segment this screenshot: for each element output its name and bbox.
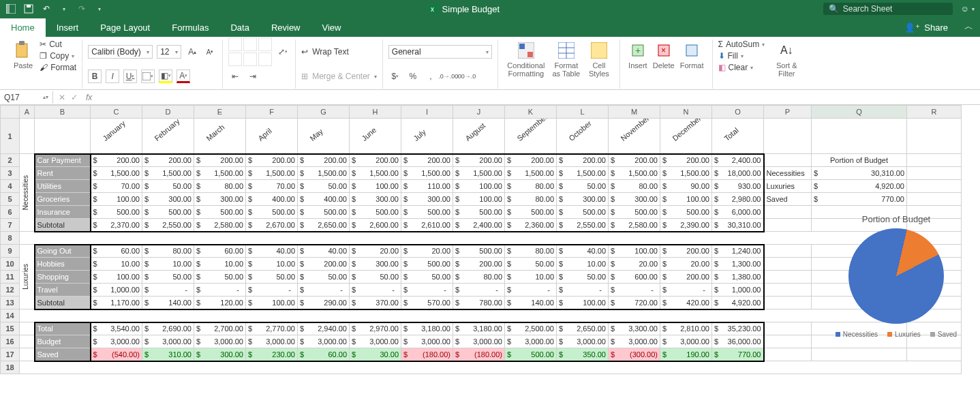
align-top-left[interactable]: [228, 37, 242, 51]
fill-button[interactable]: ⬇Fill▾: [718, 51, 765, 61]
col-header[interactable]: F: [246, 106, 298, 119]
decrease-indent-button[interactable]: ⇤: [228, 70, 242, 83]
row-label[interactable]: Shopping: [35, 271, 91, 284]
cell[interactable]: $420.00: [660, 297, 712, 309]
cell[interactable]: $2,610.00: [401, 219, 453, 232]
cell[interactable]: $200.00: [142, 154, 194, 167]
decrease-decimal-button[interactable]: .00→.0: [459, 70, 473, 83]
cell[interactable]: $3,540.00: [91, 322, 142, 335]
cell[interactable]: $1,500.00: [453, 167, 505, 180]
cell[interactable]: $3,000.00: [350, 335, 401, 348]
qat-dropdown-icon[interactable]: ▾: [94, 3, 105, 14]
tab-data[interactable]: Data: [219, 18, 260, 37]
cell[interactable]: $200.00: [91, 154, 142, 167]
row-header[interactable]: 7: [1, 219, 20, 232]
cell[interactable]: $50.00: [246, 271, 298, 284]
cell[interactable]: $1,240.00: [712, 245, 764, 258]
row-header[interactable]: 1: [1, 119, 20, 154]
cell[interactable]: $770.00: [712, 348, 764, 361]
cell[interactable]: $80.00: [505, 180, 557, 193]
row-label[interactable]: Car Payment: [35, 154, 91, 167]
row-label[interactable]: Travel: [35, 284, 91, 297]
format-painter-button[interactable]: 🖌Format: [40, 63, 76, 72]
cell[interactable]: $310.00: [142, 348, 194, 361]
cancel-formula-icon[interactable]: ✕: [59, 93, 65, 102]
cell[interactable]: $3,000.00: [609, 335, 660, 348]
cell[interactable]: $500.00: [453, 245, 505, 258]
delete-cells-button[interactable]: ×Delete: [650, 40, 677, 89]
row-label[interactable]: Rent: [35, 167, 91, 180]
cell[interactable]: $10.00: [142, 258, 194, 271]
cell[interactable]: $30,310.00: [712, 219, 764, 232]
cell[interactable]: $50.00: [194, 271, 246, 284]
cell[interactable]: $100.00: [453, 193, 505, 206]
increase-indent-button[interactable]: ⇥: [246, 70, 260, 83]
col-header[interactable]: D: [142, 106, 194, 119]
sort-filter-button[interactable]: A↓Sort & Filter: [771, 40, 801, 79]
cell[interactable]: $1,500.00: [660, 167, 712, 180]
cell[interactable]: $350.00: [557, 348, 609, 361]
row-header[interactable]: 8: [1, 232, 20, 245]
row-header[interactable]: 10: [1, 258, 20, 271]
cell[interactable]: $(300.00): [609, 348, 660, 361]
cell[interactable]: $2,650.00: [557, 322, 609, 335]
portion-label[interactable]: Luxuries: [764, 180, 812, 193]
cell[interactable]: $30.00: [350, 348, 401, 361]
cell[interactable]: $4,920.00: [812, 180, 907, 193]
cell[interactable]: $6,000.00: [712, 206, 764, 219]
cell[interactable]: $200.00: [194, 154, 246, 167]
cell[interactable]: $400.00: [246, 193, 298, 206]
cell[interactable]: $80.00: [505, 245, 557, 258]
merge-center-button[interactable]: ⊞Merge & Center▾: [301, 64, 377, 89]
spreadsheet-grid[interactable]: A B C D E F G H I J K L M N O P Q R 1 Ja…: [0, 105, 962, 374]
row-header[interactable]: 2: [1, 154, 20, 167]
cell[interactable]: $(180.00): [401, 348, 453, 361]
cell[interactable]: $3,180.00: [453, 322, 505, 335]
cell[interactable]: $300.00: [609, 193, 660, 206]
cell[interactable]: $10.00: [505, 271, 557, 284]
cell[interactable]: $200.00: [298, 154, 350, 167]
cell[interactable]: $200.00: [401, 154, 453, 167]
cell[interactable]: $2,810.00: [660, 322, 712, 335]
portion-label[interactable]: Saved: [764, 193, 812, 206]
cell[interactable]: $40.00: [298, 245, 350, 258]
cell[interactable]: $50.00: [557, 180, 609, 193]
search-sheet-input[interactable]: 🔍 Search Sheet: [823, 3, 953, 15]
cell[interactable]: $300.00: [557, 193, 609, 206]
cell[interactable]: $18,000.00: [712, 167, 764, 180]
cell[interactable]: $2,400.00: [712, 154, 764, 167]
orientation-button[interactable]: ⤢▾: [276, 45, 290, 59]
cell[interactable]: $-: [557, 284, 609, 297]
cell[interactable]: $1,500.00: [350, 167, 401, 180]
row-header[interactable]: 18: [1, 361, 20, 374]
cell[interactable]: $200.00: [350, 154, 401, 167]
cell[interactable]: $500.00: [91, 206, 142, 219]
col-header-selected[interactable]: Q: [812, 106, 907, 119]
cell[interactable]: $300.00: [350, 258, 401, 271]
cell[interactable]: $2,970.00: [350, 322, 401, 335]
row-header[interactable]: 9: [1, 245, 20, 258]
row-header[interactable]: 11: [1, 271, 20, 284]
cell[interactable]: $50.00: [142, 271, 194, 284]
row-label[interactable]: Budget: [35, 335, 91, 348]
cell[interactable]: $-: [350, 284, 401, 297]
cell[interactable]: $70.00: [91, 180, 142, 193]
tab-review[interactable]: Review: [260, 18, 311, 37]
cell[interactable]: $200.00: [298, 258, 350, 271]
tab-page-layout[interactable]: Page Layout: [89, 18, 161, 37]
cell[interactable]: $50.00: [350, 271, 401, 284]
cell[interactable]: $100.00: [350, 180, 401, 193]
cell[interactable]: $90.00: [660, 180, 712, 193]
currency-button[interactable]: $▾: [388, 70, 402, 83]
row-label[interactable]: Hobbies: [35, 258, 91, 271]
redo-icon[interactable]: ↷: [76, 3, 87, 14]
cell[interactable]: $780.00: [453, 297, 505, 309]
cell[interactable]: $50.00: [142, 180, 194, 193]
cell[interactable]: $20.00: [660, 258, 712, 271]
cell[interactable]: $(180.00): [453, 348, 505, 361]
cell[interactable]: $50.00: [557, 271, 609, 284]
col-header[interactable]: L: [557, 106, 609, 119]
cell[interactable]: $2,940.00: [298, 322, 350, 335]
cell[interactable]: $3,000.00: [91, 335, 142, 348]
cell[interactable]: $2,360.00: [505, 219, 557, 232]
